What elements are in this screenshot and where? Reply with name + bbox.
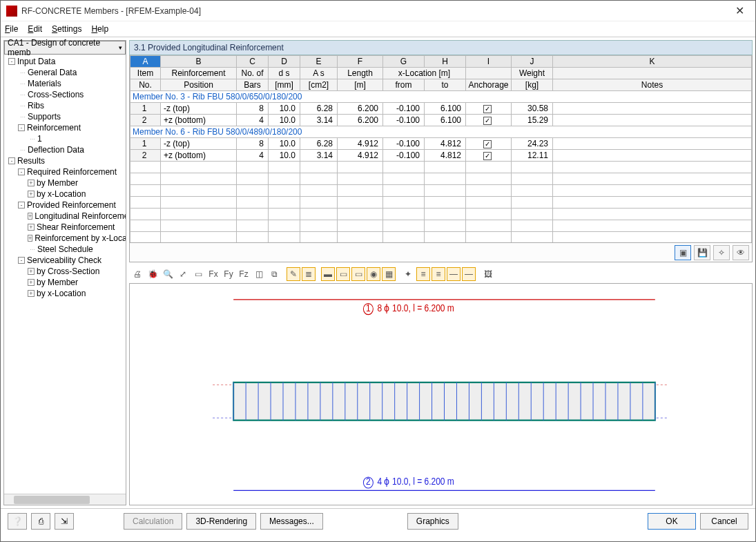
tree-node[interactable]: +by Member xyxy=(4,177,126,188)
tree-node[interactable]: +by x-Location xyxy=(4,188,126,200)
span1-icon[interactable]: ≡ xyxy=(416,267,430,281)
tree-node[interactable]: +by Member xyxy=(4,277,126,288)
axis-z-icon[interactable]: Fz xyxy=(237,267,251,281)
scrollbar-thumb[interactable] xyxy=(14,496,90,504)
cell[interactable]: 4.812 xyxy=(425,150,466,162)
cell[interactable]: -0.100 xyxy=(383,103,425,115)
cell[interactable] xyxy=(553,103,752,115)
cell[interactable]: 8 xyxy=(237,138,269,150)
anchorage-checkbox[interactable]: ✓ xyxy=(483,117,492,125)
cell[interactable]: ✓ xyxy=(466,150,512,162)
cell[interactable]: 8 xyxy=(237,103,269,115)
cell[interactable]: ✓ xyxy=(466,103,512,115)
tree-toggle-icon[interactable]: + xyxy=(28,268,35,275)
anchorage-checkbox[interactable]: ✓ xyxy=(483,140,492,148)
cell[interactable]: 4 xyxy=(237,115,269,126)
anchorage-checkbox[interactable]: ✓ xyxy=(483,152,492,160)
tree-scrollbar[interactable] xyxy=(4,494,126,505)
tree-node[interactable]: +by x-Location xyxy=(4,288,126,299)
cell[interactable]: 10.0 xyxy=(269,138,300,150)
tree-node[interactable]: ⋯Steel Schedule xyxy=(4,244,126,255)
tree-node[interactable]: ⋯Materials xyxy=(4,78,126,89)
column-letter[interactable]: J xyxy=(512,56,553,68)
table-row[interactable]: 2+z (bottom)410.03.144.912-0.1004.812✓12… xyxy=(130,150,752,162)
cell[interactable]: 3.14 xyxy=(300,115,338,126)
cell[interactable] xyxy=(553,150,752,162)
image-icon[interactable]: ▣ xyxy=(675,245,691,260)
cube-icon[interactable]: ◫ xyxy=(252,267,266,281)
print-icon[interactable]: 🖨 xyxy=(130,267,144,281)
menu-file[interactable]: File xyxy=(5,24,18,34)
cell[interactable] xyxy=(553,138,752,150)
cell[interactable]: 4.912 xyxy=(338,150,383,162)
cell[interactable] xyxy=(553,115,752,126)
tree-toggle-icon[interactable]: - xyxy=(18,168,25,175)
bug-icon[interactable]: 🐞 xyxy=(146,267,159,281)
tree-node[interactable]: -Reinforcement xyxy=(4,122,126,133)
table-row[interactable]: 1-z (top)810.06.286.200-0.1006.100✓30.58 xyxy=(130,103,752,115)
anchorage-checkbox[interactable]: ✓ xyxy=(483,105,492,113)
column-letter[interactable]: I xyxy=(466,56,512,68)
tree-node[interactable]: ⋯Supports xyxy=(4,111,126,122)
cell[interactable]: 6.200 xyxy=(338,103,383,115)
rect1-icon[interactable]: ▭ xyxy=(336,267,350,281)
cell[interactable]: 4 xyxy=(237,150,269,162)
tree-toggle-icon[interactable]: + xyxy=(28,213,32,220)
tree-node[interactable]: -Input Data xyxy=(4,56,126,67)
column-letter[interactable]: K xyxy=(553,56,752,68)
cell[interactable]: 6.100 xyxy=(425,115,466,126)
cell[interactable]: -z (top) xyxy=(161,103,237,115)
wand-icon[interactable]: ✧ xyxy=(713,245,730,260)
menu-edit[interactable]: Edit xyxy=(28,24,42,34)
column-letter[interactable]: E xyxy=(300,56,338,68)
fill-icon[interactable]: ▬ xyxy=(321,267,335,281)
cell[interactable]: +z (bottom) xyxy=(161,150,237,162)
table-row[interactable]: 2+z (bottom)410.03.146.200-0.1006.100✓15… xyxy=(130,115,752,126)
cell[interactable]: 1 xyxy=(130,103,161,115)
rendering-button[interactable]: 3D-Rendering xyxy=(186,513,256,530)
disk-icon[interactable]: 💾 xyxy=(694,245,710,260)
axis-x-icon[interactable]: Fx xyxy=(206,267,220,281)
cell[interactable]: 3.14 xyxy=(300,150,338,162)
cell[interactable]: 10.0 xyxy=(269,115,300,126)
tree-toggle-icon[interactable]: + xyxy=(28,279,35,286)
tree-toggle-icon[interactable]: + xyxy=(28,235,32,242)
cell[interactable]: 4.912 xyxy=(338,138,383,150)
cancel-button[interactable]: Cancel xyxy=(700,513,748,530)
cell[interactable]: +z (bottom) xyxy=(161,115,237,126)
rect3-icon[interactable]: ◉ xyxy=(367,267,380,281)
tree-toggle-icon[interactable]: + xyxy=(28,224,35,231)
tree-toggle-icon[interactable]: - xyxy=(18,257,25,264)
menu-settings[interactable]: Settings xyxy=(52,24,81,34)
tree-node[interactable]: ⋯Deflection Data xyxy=(4,144,126,155)
zoom-icon[interactable]: 🔍 xyxy=(161,267,175,281)
zoom-fit-icon[interactable]: ⤢ xyxy=(176,267,190,281)
tree-toggle-icon[interactable]: - xyxy=(18,202,25,209)
column-letter[interactable]: D xyxy=(269,56,300,68)
tree-node[interactable]: -Serviceability Check xyxy=(4,255,126,266)
cell[interactable]: 6.28 xyxy=(300,138,338,150)
tree-node[interactable]: +Shear Reinforcement xyxy=(4,222,126,233)
tree-node[interactable]: ⋯Cross-Sections xyxy=(4,89,126,100)
cell[interactable]: -z (top) xyxy=(161,138,237,150)
cell[interactable]: 10.0 xyxy=(269,103,300,115)
help-button[interactable]: ❔ xyxy=(8,513,27,530)
picture-icon[interactable]: 🖼 xyxy=(481,267,495,281)
tree-toggle-icon[interactable]: + xyxy=(28,180,35,186)
tree-node[interactable]: -Results xyxy=(4,155,126,166)
graphics-canvas[interactable]: 1 8 ϕ 10.0, l = 6.200 m 2 4 ϕ 10.0, l = … xyxy=(129,283,753,505)
cell[interactable]: 2 xyxy=(130,150,161,162)
tree-toggle-icon[interactable]: - xyxy=(8,58,15,65)
cell[interactable]: 12.11 xyxy=(512,150,553,162)
eye-icon[interactable]: 👁 xyxy=(733,245,749,260)
pencil-icon[interactable]: ✎ xyxy=(287,267,300,281)
column-letter[interactable]: C xyxy=(237,56,269,68)
column-letter[interactable]: B xyxy=(161,56,237,68)
cell[interactable]: -0.100 xyxy=(383,138,425,150)
cell[interactable]: 30.58 xyxy=(512,103,553,115)
reinforcement-table[interactable]: ABCDEFGHIJKItemReinforcementNo. ofd sA s… xyxy=(130,55,752,243)
column-letter[interactable]: G xyxy=(383,56,425,68)
axis-y-icon[interactable]: Fy xyxy=(222,267,235,281)
close-button[interactable]: ✕ xyxy=(730,1,750,20)
tree-node[interactable]: -Provided Reinforcement xyxy=(4,200,126,211)
